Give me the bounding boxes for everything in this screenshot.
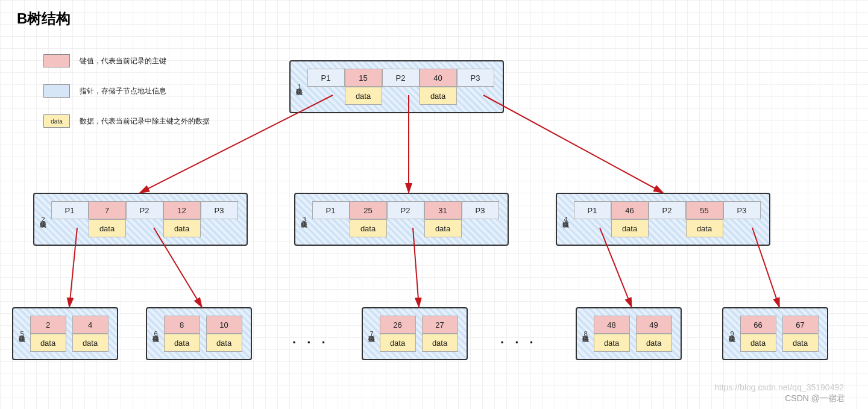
legend-row-key: 键值，代表当前记录的主键	[43, 54, 210, 67]
disk-block-8: 磁盘块8 48data 49data	[576, 307, 682, 360]
data-cell: data	[163, 219, 201, 237]
block-label: 磁盘块5	[16, 312, 28, 355]
data-cell: data	[686, 219, 723, 237]
pointer-cell: P2	[126, 201, 163, 219]
disk-block-7: 磁盘块7 26data 27data	[362, 307, 468, 360]
cells: P1 46data P2 55data P3	[571, 198, 763, 241]
block-label: 磁盘块4	[559, 198, 571, 241]
disk-block-5: 磁盘块5 2data 4data	[12, 307, 118, 360]
data-cell: data	[420, 87, 457, 105]
pointer-cell: P1	[51, 201, 89, 219]
watermark-author: CSDN @一宿君	[785, 393, 845, 404]
legend-swatch-key	[43, 54, 70, 67]
data-cell: data	[424, 219, 462, 237]
key-cell: 12	[163, 201, 201, 219]
pointer-cell: P3	[462, 201, 499, 219]
pointer-cell: P1	[574, 201, 611, 219]
disk-block-2: 磁盘块2 P1 7data P2 12data P3	[33, 193, 248, 246]
diagram-title: B树结构	[17, 9, 71, 28]
pointer-cell: P2	[382, 69, 420, 87]
pointer-cell: P1	[307, 69, 345, 87]
block-label: 磁盘块6	[149, 312, 162, 355]
svg-line-2	[483, 95, 663, 193]
key-cell: 10	[206, 316, 242, 334]
block-label: 磁盘块8	[579, 312, 591, 355]
key-cell: 15	[345, 69, 382, 87]
cells: P1 15data P2 40data P3	[305, 65, 497, 108]
data-cell: data	[89, 219, 126, 237]
key-cell: 26	[380, 316, 416, 334]
data-cell: data	[611, 219, 649, 237]
legend-label-data: 数据，代表当前记录中除主键之外的数据	[80, 116, 210, 126]
cells: P1 25data P2 31data P3	[310, 198, 502, 241]
key-cell: 4	[72, 316, 108, 334]
key-cell: 7	[89, 201, 126, 219]
pointer-cell: P2	[387, 201, 424, 219]
data-cell: data	[345, 87, 382, 105]
data-cell: data	[30, 334, 66, 352]
disk-block-9: 磁盘块9 66data 67data	[722, 307, 828, 360]
pointer-cell: P2	[649, 201, 686, 219]
data-cell: data	[164, 334, 200, 352]
disk-block-6: 磁盘块6 8data 10data	[146, 307, 252, 360]
block-label: 磁盘块9	[726, 312, 738, 355]
key-cell: 31	[424, 201, 462, 219]
legend-label-key: 键值，代表当前记录的主键	[80, 56, 166, 66]
key-cell: 66	[740, 316, 776, 334]
key-cell: 25	[350, 201, 387, 219]
data-cell: data	[782, 334, 819, 352]
legend-swatch-ptr	[43, 84, 70, 98]
disk-block-4: 磁盘块4 P1 46data P2 55data P3	[556, 193, 770, 246]
data-cell: data	[594, 334, 630, 352]
legend-row-data: data 数据，代表当前记录中除主键之外的数据	[43, 114, 210, 128]
key-cell: 48	[594, 316, 630, 334]
ellipsis: . . .	[292, 331, 329, 347]
key-cell: 46	[611, 201, 649, 219]
key-cell: 55	[686, 201, 723, 219]
pointer-cell: P3	[723, 201, 761, 219]
data-cell: data	[380, 334, 416, 352]
watermark-url: https://blog.csdn.net/qq_35190492	[714, 382, 844, 392]
legend-row-ptr: 指针，存储子节点地址信息	[43, 84, 210, 98]
block-label: 磁盘块1	[293, 65, 305, 108]
legend: 键值，代表当前记录的主键 指针，存储子节点地址信息 data 数据，代表当前记录…	[43, 54, 210, 145]
disk-block-3: 磁盘块3 P1 25data P2 31data P3	[294, 193, 509, 246]
key-cell: 27	[422, 316, 458, 334]
disk-block-1: 磁盘块1 P1 15data P2 40data P3	[289, 60, 504, 113]
data-cell: data	[72, 334, 108, 352]
data-cell: data	[422, 334, 458, 352]
key-cell: 8	[164, 316, 200, 334]
data-cell: data	[206, 334, 242, 352]
key-cell: 2	[30, 316, 66, 334]
data-cell: data	[350, 219, 387, 237]
pointer-cell: P3	[457, 69, 494, 87]
block-label: 磁盘块3	[298, 198, 310, 241]
legend-label-ptr: 指针，存储子节点地址信息	[80, 86, 166, 96]
block-label: 磁盘块7	[365, 312, 377, 355]
cells: P1 7data P2 12data P3	[49, 198, 241, 241]
pointer-cell: P1	[312, 201, 350, 219]
key-cell: 49	[636, 316, 672, 334]
data-cell: data	[740, 334, 776, 352]
pointer-cell: P3	[201, 201, 238, 219]
key-cell: 40	[420, 69, 457, 87]
data-cell: data	[636, 334, 672, 352]
legend-swatch-data: data	[43, 114, 70, 128]
ellipsis: . . .	[500, 331, 537, 347]
key-cell: 67	[782, 316, 819, 334]
block-label: 磁盘块2	[37, 198, 49, 241]
